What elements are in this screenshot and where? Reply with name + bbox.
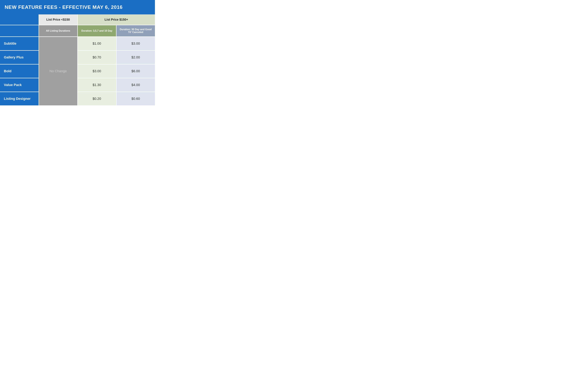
price-short-4: $0.20 (77, 92, 116, 106)
price-long-2: $6.00 (116, 64, 155, 78)
list-price-high-header: List Price $150+ (77, 14, 155, 25)
feature-label-2: Bold (0, 64, 39, 78)
price-long-0: $3.00 (116, 37, 155, 50)
list-price-low-header: List Price <$150 (39, 14, 77, 25)
header-title: NEW FEATURE FEES - EFFECTIVE MAY 6, 2016 (5, 4, 122, 10)
feature-label-3: Value Pack (0, 78, 39, 92)
table-row: Gallery Plus $0.70 $2.00 (0, 50, 155, 64)
feature-label-0: Subtitle (0, 37, 39, 50)
no-change-cell: No Change (39, 37, 77, 106)
price-long-3: $4.00 (116, 78, 155, 92)
header-empty-cell-2 (0, 25, 39, 37)
price-short-2: $3.00 (77, 64, 116, 78)
table-row: Subtitle No Change $1.00 $3.00 (0, 37, 155, 50)
price-short-0: $1.00 (77, 37, 116, 50)
table-row: Bold $3.00 $6.00 (0, 64, 155, 78)
all-durations-header: All Listing Durations (39, 25, 77, 37)
header-empty-cell (0, 14, 39, 25)
page-header: NEW FEATURE FEES - EFFECTIVE MAY 6, 2016 (0, 0, 155, 14)
page-container: NEW FEATURE FEES - EFFECTIVE MAY 6, 2016… (0, 0, 155, 106)
table-row: Listing Designer $0.20 $0.60 (0, 92, 155, 106)
price-short-1: $0.70 (77, 50, 116, 64)
feature-label-4: Listing Designer (0, 92, 39, 106)
header-row-1: List Price <$150 List Price $150+ (0, 14, 155, 25)
price-long-1: $2.00 (116, 50, 155, 64)
table-row: Value Pack $1.30 $4.00 (0, 78, 155, 92)
price-short-3: $1.30 (77, 78, 116, 92)
long-duration-header: Duration: 30 Day and Good Til' Canceled (116, 25, 155, 37)
price-long-4: $0.60 (116, 92, 155, 106)
short-duration-header: Duration: 3,5,7 and 10 Day (77, 25, 116, 37)
header-row-2: All Listing Durations Duration: 3,5,7 an… (0, 25, 155, 37)
feature-label-1: Gallery Plus (0, 50, 39, 64)
pricing-table: List Price <$150 List Price $150+ All Li… (0, 14, 155, 106)
